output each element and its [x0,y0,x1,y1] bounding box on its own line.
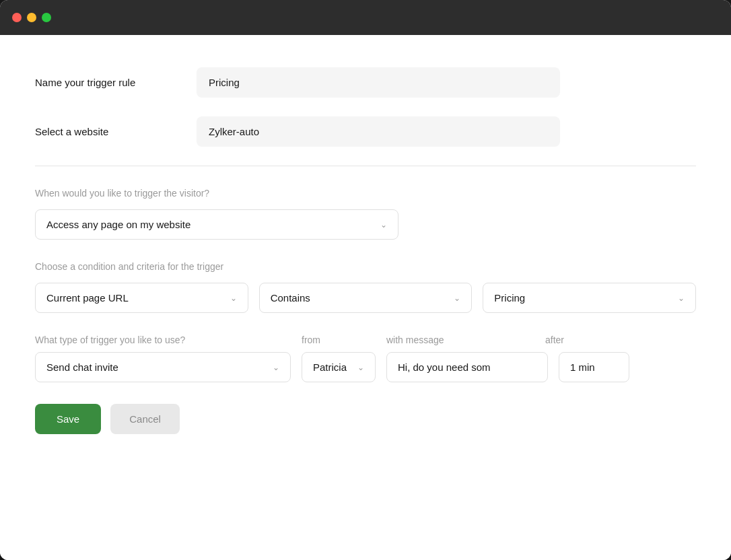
when-dropdown[interactable]: Access any page on my website ⌄ [35,209,398,240]
condition-criteria-value: Pricing [494,292,525,304]
maximize-button[interactable] [42,13,51,22]
name-rule-input[interactable] [197,67,560,98]
trigger-row-labels: What type of trigger you like to use? fr… [35,335,696,345]
message-label: with message [386,335,534,345]
app-window: Name your trigger rule Select a website … [0,0,731,560]
condition-label: Choose a condition and criteria for the … [35,261,696,272]
trigger-after-value: 1 min [570,361,595,373]
save-button[interactable]: Save [35,404,101,434]
trigger-type-chevron-icon: ⌄ [273,363,279,372]
trigger-controls: Send chat invite ⌄ Patricia ⌄ Hi, do you… [35,352,696,382]
trigger-type-section: What type of trigger you like to use? fr… [35,335,696,382]
main-content: Name your trigger rule Select a website … [0,35,731,560]
when-label: When would you like to trigger the visit… [35,188,696,199]
trigger-from-dropdown[interactable]: Patricia ⌄ [302,352,376,382]
titlebar [0,0,731,35]
when-value: Access any page on my website [46,219,190,230]
form-actions: Save Cancel [35,404,696,434]
website-row: Select a website [35,116,696,147]
condition-field-dropdown[interactable]: Current page URL ⌄ [35,283,248,313]
trigger-type-dropdown[interactable]: Send chat invite ⌄ [35,352,291,382]
condition-operator-dropdown[interactable]: Contains ⌄ [259,283,473,313]
type-label: What type of trigger you like to use? [35,335,291,345]
trigger-from-value: Patricia [313,361,347,373]
close-button[interactable] [12,13,22,22]
condition-field-chevron-icon: ⌄ [230,293,237,303]
minimize-button[interactable] [27,13,36,22]
condition-field-value: Current page URL [46,292,129,304]
trigger-after-dropdown[interactable]: 1 min [559,352,629,382]
trigger-from-chevron-icon: ⌄ [357,363,364,372]
condition-value-chevron-icon: ⌄ [678,293,685,303]
name-rule-row: Name your trigger rule [35,67,696,98]
website-input[interactable] [197,116,560,147]
trigger-message-value: Hi, do you need som [398,361,491,373]
condition-row: Current page URL ⌄ Contains ⌄ Pricing ⌄ [35,283,696,313]
from-label: from [302,335,376,345]
cancel-button[interactable]: Cancel [110,404,180,434]
condition-operator-value: Contains [271,292,310,304]
when-chevron-icon: ⌄ [380,220,387,230]
divider [35,166,696,166]
name-rule-label: Name your trigger rule [35,77,197,88]
condition-operator-chevron-icon: ⌄ [454,293,460,303]
traffic-lights [12,13,51,22]
trigger-type-value: Send chat invite [46,361,118,373]
website-label: Select a website [35,126,197,137]
trigger-message-dropdown[interactable]: Hi, do you need som [386,352,548,382]
condition-value-dropdown[interactable]: Pricing ⌄ [483,283,696,313]
after-label: after [545,335,613,345]
